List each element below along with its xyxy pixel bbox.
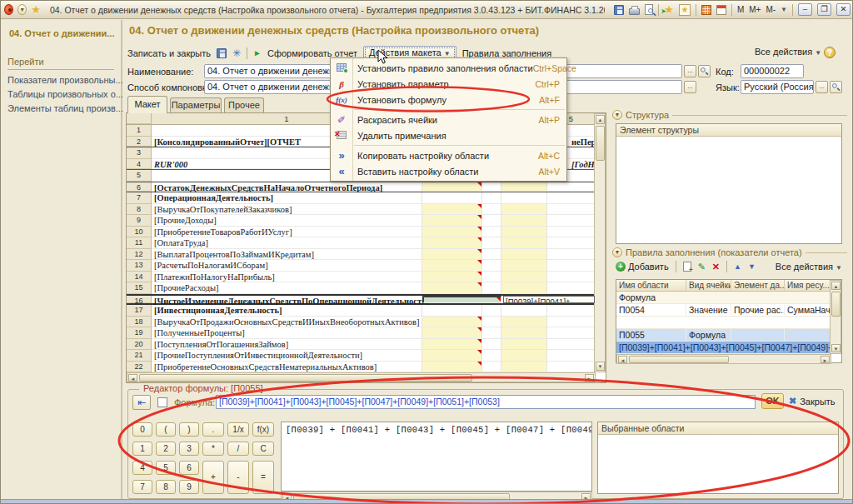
scroll-right-icon[interactable]: ►	[821, 356, 830, 363]
save-and-close-button[interactable]: Записать и закрыть	[127, 48, 211, 58]
sheet-row[interactable]: 10[ПриобретениеТоваровРаботИУслуг]	[127, 227, 606, 238]
scroll-up-icon[interactable]: ▲	[596, 115, 605, 124]
formula-expression-area[interactable]: [П0039] + [П0041] + [П0043] + [П0045] + …	[281, 422, 592, 492]
key-4[interactable]: 4	[132, 461, 152, 475]
sheet-row[interactable]: 20[ПоступленияОтПогашенияЗаймов]	[127, 339, 606, 351]
selected-cell[interactable]	[422, 296, 501, 304]
sheet-row[interactable]: 11[ОплатаТруда]	[127, 237, 606, 249]
tab-layout[interactable]: Макет	[127, 96, 167, 113]
key-open-paren[interactable]: (	[156, 422, 176, 437]
minimize-button[interactable]: –	[798, 3, 812, 16]
delete-icon[interactable]: ✕	[712, 262, 720, 272]
sheet-row[interactable]: 17[ИнвестиционнаяДеятельность]	[127, 305, 606, 317]
restore-button[interactable]: ❐	[817, 3, 831, 16]
sidebar-item-indicators[interactable]: Показатели произвольны...	[7, 75, 123, 85]
key-function[interactable]: f(x)	[252, 422, 274, 437]
menu-item-set-parameter[interactable]: β Установить параметр Ctrl+P	[331, 76, 566, 92]
sheet-row[interactable]: 13[РасчетыПоНалогамИСборам]	[127, 260, 606, 272]
sheet-row[interactable]: 8[ВыручкаОтПокупателейЗаказчиков]	[127, 204, 606, 216]
scroll-left-icon[interactable]: ◄	[128, 374, 137, 382]
main-menu-icon[interactable]: ▼	[17, 4, 27, 15]
menu-item-paste-area-settings[interactable]: « Вставить настройку области Alt+V	[331, 163, 566, 179]
rule-formula-line-selected[interactable]: [П0039]+[П0041]+[П0043]+[П0045]+[П0047]+…	[616, 342, 841, 354]
scroll-right-icon[interactable]: ►	[585, 374, 594, 382]
tab-parameters[interactable]: Параметры	[170, 97, 222, 112]
key-5[interactable]: 5	[156, 461, 176, 475]
sheet-row-selected[interactable]: 16[ЧистоеИзменениеДенежныхСредствПоОпера…	[127, 294, 606, 306]
lang-input[interactable]: Русский (Россия)	[741, 80, 814, 94]
help-button[interactable]: ?	[824, 47, 836, 58]
sheet-row[interactable]: 18[ВыручкаОтПродажиОсновныхСредствИИныхВ…	[127, 317, 606, 328]
key-6[interactable]: 6	[179, 461, 199, 475]
sidebar-current-window[interactable]: 04. Отчет о движении...	[9, 28, 114, 38]
key-plus[interactable]: +	[202, 461, 224, 494]
key-reciprocal[interactable]: 1/x	[227, 422, 249, 437]
column-header[interactable]: Имя ресу...	[785, 280, 831, 291]
close-formula-editor-button[interactable]: ✖Закрыть	[789, 396, 836, 407]
lang-open-button[interactable]	[830, 81, 842, 93]
collapse-icon[interactable]: ▼	[612, 110, 622, 120]
key-8[interactable]: 8	[156, 480, 176, 494]
scrollbar-thumb[interactable]	[629, 356, 729, 363]
favorites-star-icon[interactable]: ★	[31, 4, 41, 15]
save-icon[interactable]	[217, 48, 227, 58]
scrollbar-thumb[interactable]	[831, 292, 841, 317]
calculator-icon[interactable]	[701, 5, 711, 15]
menu-item-delete-notes[interactable]: ✕ Удалить примечания	[331, 127, 566, 143]
key-1[interactable]: 1	[132, 442, 152, 456]
chevron-down-icon[interactable]: ▼	[781, 6, 787, 13]
menu-item-set-fill-rule[interactable]: Установить правило заполнения области Ct…	[331, 60, 566, 76]
key-equals[interactable]: =	[252, 461, 274, 494]
vertical-scrollbar[interactable]: ▲ ▼	[594, 113, 606, 372]
sidebar-item-table-elements[interactable]: Элементы таблиц произв...	[7, 103, 123, 113]
save-icon[interactable]	[614, 5, 624, 15]
sheet-row[interactable]: 15[ПрочиеРасходы]	[127, 282, 606, 294]
rules-all-actions-button[interactable]: Все действия ▼	[776, 262, 842, 272]
key-divide[interactable]: /	[227, 442, 249, 456]
all-actions-button[interactable]: Все действия ▼	[755, 47, 821, 57]
horizontal-scrollbar[interactable]: ◄ ►	[616, 354, 831, 364]
sidebar-item-tables[interactable]: Таблицы произвольных о...	[7, 89, 123, 99]
move-up-icon[interactable]: ▲	[734, 262, 741, 271]
column-header[interactable]: Вид ячейки	[686, 280, 731, 291]
formula-checkbox[interactable]	[157, 397, 167, 407]
key-9[interactable]: 9	[179, 480, 199, 494]
refresh-sparkle-icon[interactable]: ✳	[232, 47, 241, 59]
vertical-scrollbar[interactable]: ▲ ▼	[830, 280, 841, 354]
copy-item-icon[interactable]: +	[683, 262, 691, 272]
code-input[interactable]: 000000022	[741, 64, 804, 78]
move-down-icon[interactable]: ▼	[748, 262, 756, 271]
rule-formula-line[interactable]: Формула	[616, 292, 841, 304]
close-button[interactable]: ✕	[836, 3, 851, 16]
horizontal-scrollbar[interactable]: ◄ ►	[127, 372, 596, 382]
key-7[interactable]: 7	[132, 480, 152, 494]
generate-report-button[interactable]: Сформировать отчет	[267, 48, 357, 58]
favorites-list-icon[interactable]: ★	[679, 4, 691, 16]
memory-minus-button[interactable]: М-	[766, 5, 776, 14]
column-header[interactable]: Элемент да...	[731, 280, 785, 291]
scrollbar-thumb[interactable]	[139, 374, 472, 382]
key-close-paren[interactable]: )	[179, 422, 199, 437]
sheet-row[interactable]: 12[ВыплатаПроцентовПоЗаймамИКредитам]	[127, 249, 606, 261]
sheet-row[interactable]: 19[ПолученныеПроценты]	[127, 327, 606, 339]
scrollbar-thumb[interactable]	[596, 126, 605, 161]
sheet-row[interactable]: 6[ОстатокДенежныхСредствНаНачалоОтчетног…	[127, 182, 606, 193]
key-2[interactable]: 2	[156, 442, 176, 456]
sheet-row[interactable]: 7[ОперационнаяДеятельность]	[127, 192, 606, 204]
key-0[interactable]: 0	[132, 422, 152, 437]
selected-areas-list[interactable]: Выбранные области	[597, 422, 839, 494]
sheet-row[interactable]: 14[ПлатежиПоНалогуНаПрибыль]	[127, 272, 606, 283]
rule-row[interactable]: П0054Значение Прочие рас...СуммаНач	[616, 304, 841, 317]
fill-rules-button[interactable]: Правила заполнения	[462, 48, 552, 58]
sheet-row[interactable]: 21[ПрочиеПоступленияОтИнвестиционнойДеят…	[127, 350, 606, 362]
menu-item-set-formula[interactable]: f(x) Установить формулу Alt+F	[331, 92, 566, 107]
structure-column-header[interactable]: Элемент структуры	[616, 124, 841, 137]
memory-plus-button[interactable]: М+	[749, 5, 761, 14]
print-preview-icon[interactable]	[645, 4, 653, 15]
collapse-icon[interactable]: ▼	[612, 247, 622, 257]
ok-button[interactable]: OK	[761, 393, 784, 409]
print-icon[interactable]	[629, 8, 640, 15]
edit-pencil-icon[interactable]: ✎	[698, 262, 706, 272]
add-button[interactable]: +Добавить	[616, 262, 669, 272]
key-multiply[interactable]: *	[202, 442, 224, 456]
